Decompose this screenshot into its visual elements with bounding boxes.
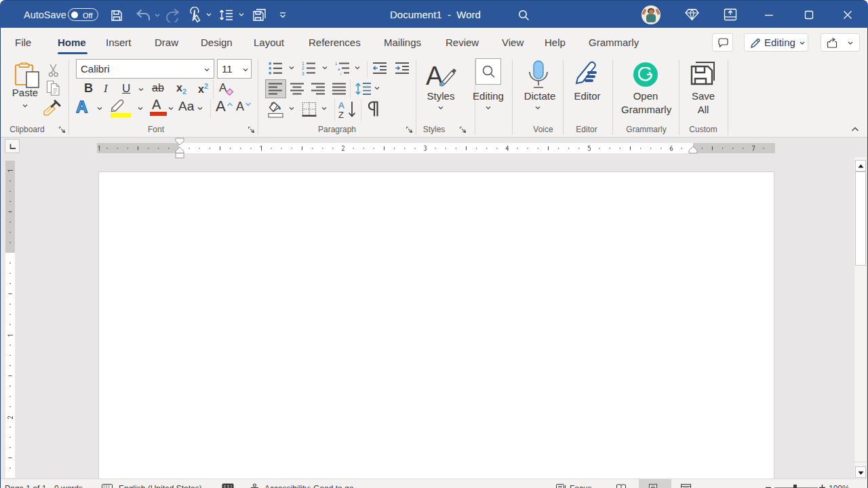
- svg-text:a: a: [338, 67, 340, 71]
- svg-text:i: i: [340, 72, 341, 75]
- svg-text:3: 3: [302, 71, 304, 76]
- svg-text:Z: Z: [338, 110, 344, 119]
- svg-text:1: 1: [302, 61, 304, 66]
- svg-text:A: A: [338, 100, 344, 110]
- svg-text:1: 1: [335, 62, 338, 66]
- svg-text:2: 2: [302, 66, 304, 70]
